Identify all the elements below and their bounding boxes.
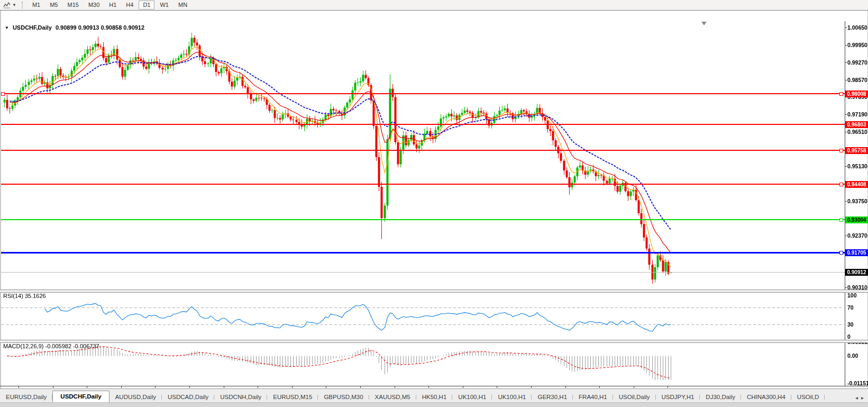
price-chart-canvas[interactable] — [0, 11, 868, 407]
chart-window[interactable]: ▼ USDCHF,Daily 0.90899 0.90913 0.90858 0… — [0, 10, 868, 389]
macd-axis-label: 0.00 — [847, 352, 858, 359]
chart-tab-usdcad-daily[interactable]: USDCAD,Daily — [162, 392, 214, 403]
chart-symbol-label: USDCHF,Daily — [13, 24, 52, 31]
rsi-axis-label: 100 — [847, 292, 857, 299]
timeframe-button-group: M1M5M15M30H1H4D1W1MN — [28, 1, 192, 10]
price-line-badge[interactable]: 0.95758 — [845, 147, 868, 154]
toolbar-grip — [22, 2, 25, 8]
chevron-down-icon[interactable]: ▼ — [12, 3, 16, 7]
chart-tabs: EURUSD,DailyUSDCHF,DailyAUDUSD,DailyUSDC… — [0, 391, 825, 403]
timeframe-button-mn[interactable]: MN — [174, 1, 191, 10]
date-tickmark — [326, 386, 326, 388]
chart-title: ▼ USDCHF,Daily 0.90899 0.90913 0.90858 0… — [5, 24, 144, 31]
price-line-badge[interactable]: 0.98008 — [845, 91, 868, 97]
chart-tab-usoil-d[interactable]: USOil,D — [791, 392, 825, 403]
line-handle-right[interactable] — [839, 149, 843, 152]
price-line-badge[interactable]: 0.96803 — [845, 121, 868, 128]
price-tick-label: 0.93750 — [847, 198, 867, 204]
chart-tab-usoil-daily[interactable]: USOil,Daily — [613, 392, 656, 403]
time-axis-line — [0, 386, 868, 386]
chart-tab-gbpusd-m30[interactable]: GBPUSD,M30 — [318, 392, 369, 403]
date-tickmark — [121, 386, 122, 388]
chart-tab-china300-h4[interactable]: CHINA300,H4 — [741, 392, 791, 403]
chart-tab-uk100-h1[interactable]: UK100,H1 — [492, 392, 532, 403]
price-tickmark — [845, 201, 847, 202]
tab-scroll-left-icon[interactable]: ◂ — [855, 395, 858, 401]
date-tickmark — [189, 386, 190, 388]
one-click-menu-icon[interactable]: ▼ — [5, 25, 9, 30]
chart-tab-eurusd-daily[interactable]: EURUSD,Daily — [0, 392, 52, 403]
line-handle-right[interactable] — [839, 218, 843, 222]
date-tickmark — [428, 386, 429, 388]
chart-tab-usdjpy-h1[interactable]: USDJPY,H1 — [656, 392, 700, 403]
price-axis-line — [845, 21, 845, 386]
panel-splitter-macd[interactable] — [0, 340, 868, 343]
bid-price-badge: 0.90912 — [845, 269, 868, 276]
horizontal-line-0.94408[interactable] — [1, 184, 845, 185]
date-tickmark — [599, 386, 600, 388]
chart-tab-audusd-daily[interactable]: AUDUSD,Daily — [109, 392, 162, 403]
date-tickmark — [19, 386, 19, 388]
rsi-axis-label: 70 — [847, 304, 854, 311]
rsi-axis-label: 30 — [847, 321, 854, 328]
date-tickmark — [395, 386, 395, 388]
price-tickmark — [845, 166, 847, 167]
timeframe-button-h4[interactable]: H4 — [122, 1, 138, 10]
chart-shift-marker[interactable] — [701, 22, 707, 25]
price-tick-label: 0.95130 — [847, 163, 867, 169]
price-tickmark — [845, 45, 847, 46]
horizontal-line-0.96803[interactable] — [1, 124, 845, 125]
price-tickmark — [845, 62, 847, 63]
chart-tab-xauusd-m5[interactable]: XAUUSD,M5 — [369, 392, 416, 403]
price-tick-label: 0.97190 — [847, 111, 867, 117]
chart-tab-eurusd-m15[interactable]: EURUSD,M15 — [267, 392, 318, 403]
price-tickmark — [845, 132, 847, 132]
date-tickmark — [463, 386, 463, 388]
timeframe-button-m1[interactable]: M1 — [28, 1, 44, 10]
panel-splitter-rsi[interactable] — [0, 290, 868, 293]
chart-tab-bar: EURUSD,DailyUSDCHF,DailyAUDUSD,DailyUSDC… — [0, 388, 868, 403]
price-line-badge[interactable]: 0.93004 — [845, 216, 868, 223]
price-tickmark — [845, 114, 847, 115]
price-tick-label: 0.96510 — [847, 129, 867, 135]
price-line-badge[interactable]: 0.94408 — [845, 181, 868, 188]
timeframe-button-h1[interactable]: H1 — [105, 1, 121, 10]
horizontal-line-0.98008[interactable] — [1, 93, 845, 94]
timeframe-button-d1[interactable]: D1 — [139, 1, 154, 10]
price-line-badge[interactable]: 0.91705 — [845, 249, 868, 256]
chart-tab-dj30-daily[interactable]: DJ30,Daily — [700, 392, 741, 403]
price-tick-label: 0.99270 — [847, 59, 867, 66]
date-tickmark — [87, 386, 87, 388]
chart-tab-usdcnh-daily[interactable]: USDCNH,Daily — [214, 392, 267, 403]
price-tick-label: 0.99950 — [847, 42, 867, 48]
horizontal-line-0.93004[interactable] — [1, 219, 845, 220]
line-handle-right[interactable] — [839, 92, 843, 96]
price-tick-label: 1.00650 — [847, 24, 867, 31]
timeframe-button-m5[interactable]: M5 — [45, 1, 62, 10]
price-tick-label: 0.92370 — [847, 232, 867, 239]
timeframe-button-m30[interactable]: M30 — [84, 1, 104, 10]
date-tickmark — [360, 386, 361, 388]
timeframe-button-w1[interactable]: W1 — [156, 1, 173, 10]
chart-tab-uk100-h1[interactable]: UK100,H1 — [452, 392, 492, 403]
timeframe-toolbar: ▼ M1M5M15M30H1H4D1W1MN — [0, 0, 868, 11]
price-tickmark — [845, 80, 847, 80]
line-handle-right[interactable] — [839, 251, 843, 255]
horizontal-line-0.95758[interactable] — [1, 150, 845, 151]
chart-tab-fra40-h1[interactable]: FRA40,H1 — [573, 392, 613, 403]
date-tickmark — [497, 386, 497, 388]
horizontal-line-0.91705[interactable] — [1, 252, 845, 254]
date-tickmark — [224, 386, 224, 388]
chart-mode-button[interactable]: ▼ — [0, 1, 20, 10]
chart-tab-hk50-h1[interactable]: HK50,H1 — [416, 392, 453, 403]
bottom-strip — [0, 402, 868, 407]
bid-price-line — [1, 272, 845, 273]
chart-tab-ger30-h1[interactable]: GER30,H1 — [532, 392, 573, 403]
chart-tab-usdchf-daily[interactable]: USDCHF,Daily — [52, 391, 109, 403]
timeframe-button-m15[interactable]: M15 — [63, 1, 83, 10]
line-handle-right[interactable] — [839, 183, 843, 186]
tab-scroll-buttons: ◂ ▸ — [855, 395, 868, 403]
price-tickmark — [845, 287, 847, 288]
line-handle-left[interactable] — [1, 92, 5, 96]
tab-scroll-right-icon[interactable]: ▸ — [861, 395, 864, 401]
